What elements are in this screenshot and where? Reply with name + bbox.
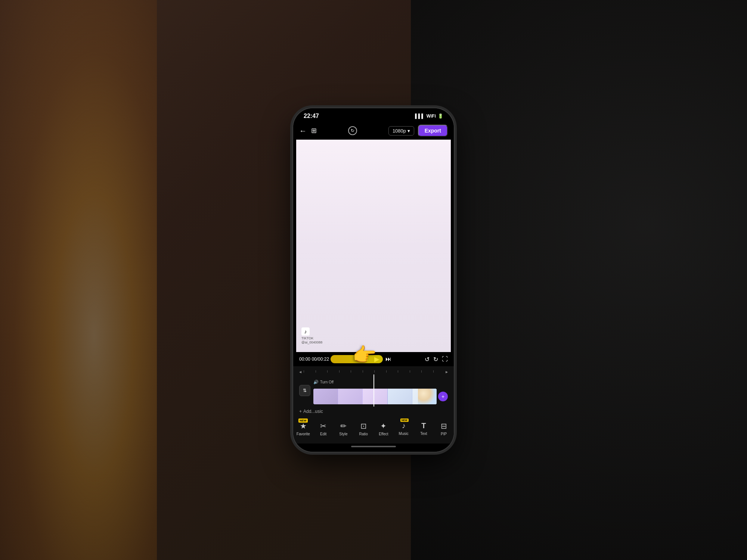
toolbar-item-text[interactable]: T Text: [415, 421, 432, 436]
audio-icon-area: 🔊 Turn Off: [313, 380, 336, 385]
toolbar-item-ratio[interactable]: ⊡ Ratio: [355, 421, 372, 436]
toolbar-item-music[interactable]: NEW ♪ Music: [395, 421, 412, 436]
timeline-ruler: ◀: [293, 368, 454, 374]
signal-icon: ▌▌▌: [415, 113, 425, 119]
timeline[interactable]: ◀: [293, 366, 454, 419]
redo-button[interactable]: ↻: [433, 356, 438, 363]
edit-icon: ✂: [320, 421, 326, 430]
favorite-icon: NEW ★: [300, 421, 307, 430]
export-button[interactable]: Export: [418, 125, 448, 137]
music-label: Music: [399, 432, 409, 436]
undo-button[interactable]: ↺: [425, 356, 430, 363]
next-button[interactable]: ⏭: [385, 356, 391, 363]
text-icon: T: [421, 421, 426, 430]
tiktok-logo: ♪: [301, 327, 310, 336]
music-icon: NEW ♪: [402, 421, 406, 430]
refresh-icon[interactable]: ↻: [348, 126, 357, 135]
hand-cursor: 👈: [353, 343, 377, 366]
toolbar-item-pip[interactable]: ⊟ PIP: [435, 421, 452, 436]
tiktok-username: TIKTOK @ai_0040088: [301, 336, 322, 345]
effect-label: Effect: [379, 432, 388, 436]
tiktok-logo-icon: ♪: [304, 329, 307, 335]
tiktok-watermark: ♪ TIKTOK @ai_0040088: [301, 327, 322, 345]
bottom-toolbar: NEW ★ Favorite ✂ Edit ✏ Style ⊡ Ratio: [293, 419, 454, 444]
volume-icon: 🔊: [313, 380, 319, 385]
layout-icon[interactable]: ⊞: [311, 127, 317, 135]
top-bar-right: 1080p ▾ Export: [388, 125, 448, 137]
phone-screen: 22:47 ▌▌▌ WiFi 🔋 ← ⊞ ↻ 1080p ▾ Exp: [293, 108, 454, 452]
top-bar-left: ← ⊞: [299, 127, 317, 135]
add-music-icon: +: [299, 409, 302, 414]
top-bar: ← ⊞ ↻ 1080p ▾ Export: [293, 122, 454, 140]
home-bar: [351, 446, 396, 447]
effect-icon: ✦: [380, 421, 387, 430]
notch: [351, 108, 396, 119]
wifi-icon: WiFi: [427, 113, 436, 119]
phone-frame: 22:47 ▌▌▌ WiFi 🔋 ← ⊞ ↻ 1080p ▾ Exp: [293, 108, 454, 452]
pip-label: PIP: [441, 432, 447, 436]
resolution-button[interactable]: 1080p ▾: [388, 126, 414, 136]
status-icons: ▌▌▌ WiFi 🔋: [415, 113, 443, 119]
home-indicator: [293, 444, 454, 452]
timeline-tracks: ⇅ 🔊 Turn Off: [293, 374, 454, 407]
screen-content: 22:47 ▌▌▌ WiFi 🔋 ← ⊞ ↻ 1080p ▾ Exp: [293, 108, 454, 452]
style-label: Style: [339, 432, 347, 436]
add-music-row[interactable]: + Add...usic: [293, 407, 454, 416]
toolbar-item-edit[interactable]: ✂ Edit: [315, 421, 332, 436]
track-area: 🔊 Turn Off: [313, 377, 448, 404]
toolbar-item-favorite[interactable]: NEW ★ Favorite: [295, 421, 312, 436]
favorite-label: Favorite: [297, 432, 310, 436]
turn-off-label[interactable]: Turn Off: [320, 380, 334, 384]
pip-icon: ⊟: [441, 421, 447, 430]
add-clip-button[interactable]: +: [438, 392, 448, 401]
track-swap-button[interactable]: ⇅: [299, 385, 310, 396]
time-display: 00:00 00/00:22: [299, 357, 329, 362]
back-button[interactable]: ←: [299, 127, 307, 135]
ratio-icon: ⊡: [360, 421, 367, 430]
text-label: Text: [420, 432, 427, 436]
fullscreen-button[interactable]: ⛶: [442, 356, 448, 363]
toolbar-item-style[interactable]: ✏ Style: [335, 421, 352, 436]
toolbar-item-effect[interactable]: ✦ Effect: [375, 421, 392, 436]
status-time: 22:47: [304, 113, 319, 119]
audio-track: 🔊 Turn Off: [313, 377, 448, 387]
battery-icon: 🔋: [438, 113, 443, 119]
edit-label: Edit: [320, 432, 326, 436]
style-icon: ✏: [340, 421, 347, 430]
add-music-label: Add...usic: [303, 409, 323, 414]
video-track: +: [313, 389, 448, 404]
video-clip[interactable]: [313, 389, 437, 404]
extra-buttons: ↺ ↻ ⛶: [425, 356, 448, 363]
ratio-label: Ratio: [359, 432, 368, 436]
video-preview: ♪ TIKTOK @ai_0040088: [296, 140, 451, 352]
